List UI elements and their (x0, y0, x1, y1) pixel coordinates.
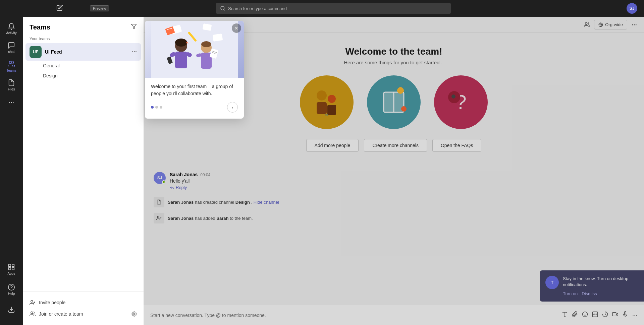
top-right-area: SJ (627, 3, 637, 14)
popup-body: Welcome to your first team – a group of … (145, 78, 244, 119)
dot-3 (160, 106, 162, 109)
join-icon (30, 311, 36, 317)
dot-2 (155, 106, 158, 109)
popup-footer: › (151, 102, 238, 113)
svg-rect-1 (9, 264, 11, 266)
tutorial-popup: ✕ Welcome to your first team – a group o… (145, 21, 244, 119)
search-placeholder: Search for or type a command (228, 6, 287, 11)
svg-rect-56 (175, 52, 187, 68)
svg-point-5 (8, 284, 14, 290)
teams-panel-header: Teams (23, 17, 144, 35)
teams-panel-title: Teams (30, 23, 50, 31)
svg-rect-48 (151, 21, 238, 78)
team-name-ui-feed: UI Feed (45, 49, 132, 55)
svg-point-15 (133, 313, 135, 315)
popup-next-button[interactable]: › (227, 102, 238, 113)
teams-panel: Teams Your teams UF UI Feed ··· General … (23, 17, 144, 325)
preview-badge: Preview (90, 5, 109, 11)
svg-point-0 (9, 61, 12, 64)
settings-icon[interactable] (131, 311, 137, 317)
toast-buttons: Turn on Dismiss (563, 291, 639, 296)
svg-rect-4 (9, 268, 11, 270)
files-label: Files (8, 87, 15, 91)
svg-rect-3 (12, 268, 14, 270)
svg-point-11 (31, 300, 33, 302)
sidebar-item-files[interactable]: Files (3, 76, 20, 94)
channel-general[interactable]: General (23, 61, 144, 71)
filter-icon[interactable] (131, 23, 137, 31)
teams-label: Teams (6, 69, 16, 72)
your-teams-label: Your teams (23, 35, 144, 43)
svg-point-55 (175, 39, 187, 47)
activity-label: Activity (6, 31, 17, 35)
dismiss-button[interactable]: Dismiss (582, 291, 597, 296)
sidebar-item-teams[interactable]: Teams (3, 58, 20, 75)
toast-avatar: T (545, 276, 559, 289)
svg-rect-62 (201, 53, 212, 69)
sidebar-item-apps[interactable]: Apps (3, 261, 20, 278)
sidebar-item-download[interactable] (3, 301, 20, 318)
invite-icon (30, 300, 36, 306)
notification-toast: T Stay in the know. Turn on desktop noti… (540, 270, 644, 302)
sidebar-item-activity[interactable]: Activity (3, 20, 20, 38)
channel-design[interactable]: Design (23, 71, 144, 81)
dot-1 (151, 106, 154, 109)
help-label: Help (8, 292, 15, 296)
svg-point-14 (31, 312, 33, 314)
team-item-ui-feed[interactable]: UF UI Feed ··· (25, 43, 141, 61)
svg-rect-51 (212, 34, 223, 42)
join-create-action[interactable]: Join or create a team (30, 308, 137, 320)
user-avatar[interactable]: SJ (627, 3, 637, 14)
toast-text: Stay in the know. Turn on desktop notifi… (563, 276, 639, 288)
team-more-icon[interactable]: ··· (132, 49, 137, 56)
sidebar-item-help[interactable]: Help (3, 281, 20, 298)
popup-close-button[interactable]: ✕ (232, 23, 241, 33)
top-bar: Preview Search for or type a command SJ (23, 0, 644, 17)
join-create-label: Join or create a team (39, 311, 83, 317)
sidebar-more[interactable]: ... (3, 95, 20, 106)
toast-content: Stay in the know. Turn on desktop notifi… (563, 276, 639, 296)
search-bar[interactable]: Search for or type a command (216, 3, 451, 14)
svg-line-9 (224, 9, 225, 10)
svg-point-61 (201, 41, 211, 47)
popup-illustration (151, 21, 238, 78)
sidebar-item-chat[interactable]: chat (3, 39, 20, 56)
turn-on-button[interactable]: Turn on (563, 291, 578, 296)
svg-rect-2 (12, 264, 14, 266)
left-sidebar: Activity chat Teams Files ... Apps (0, 0, 23, 325)
search-icon (220, 6, 225, 11)
teams-panel-bottom: Invite people Join or create a team (23, 291, 144, 325)
invite-people-action[interactable]: Invite people (30, 297, 137, 308)
popup-text: Welcome to your first team – a group of … (151, 83, 238, 97)
invite-people-label: Invite people (39, 300, 65, 305)
popup-dots (151, 106, 162, 109)
svg-point-8 (221, 6, 224, 10)
chat-label: chat (8, 50, 15, 54)
svg-marker-10 (131, 24, 137, 29)
popup-image: ✕ (145, 21, 244, 78)
apps-label: Apps (8, 272, 15, 275)
team-avatar-ui-feed: UF (30, 46, 42, 58)
compose-icon[interactable] (56, 4, 63, 13)
